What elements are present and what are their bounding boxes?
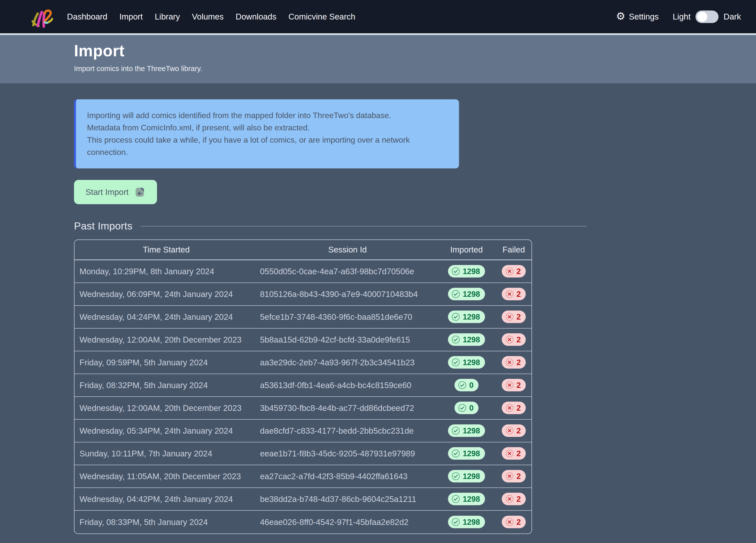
page-subtitle: Import comics into the ThreeTwo library. bbox=[74, 65, 756, 73]
past-imports-table-body: Monday, 10:29PM, 8th January 2024 0550d0… bbox=[75, 260, 531, 533]
table-row: Wednesday, 12:00AM, 20th December 2023 3… bbox=[75, 397, 531, 420]
imported-count: 1298 bbox=[463, 336, 480, 344]
table-row: Friday, 09:59PM, 5th January 2024 aa3e29… bbox=[75, 351, 531, 374]
nav-item-comicvine-search[interactable]: Comicvine Search bbox=[289, 12, 355, 22]
settings-button[interactable]: ⚙ Settings bbox=[616, 12, 659, 22]
session-id-cell: 8105126a-8b43-4390-a7e9-4000710483b4 bbox=[258, 283, 437, 306]
table-row: Friday, 08:32PM, 5th January 2024 a53613… bbox=[75, 374, 531, 397]
x-circle-icon bbox=[505, 403, 514, 412]
imported-badge: 1298 bbox=[448, 424, 485, 437]
failed-badge: 2 bbox=[502, 265, 526, 278]
session-id-cell: eeae1b71-f8b3-45dc-9205-487931e97989 bbox=[258, 442, 437, 465]
session-id-cell: a53613df-0fb1-4ea6-a4cb-bc4c8159ce60 bbox=[258, 374, 437, 397]
imported-badge: 1298 bbox=[448, 311, 485, 323]
theme-toggle[interactable] bbox=[695, 11, 719, 23]
time-started-cell: Friday, 08:33PM, 5th January 2024 bbox=[75, 511, 258, 533]
theme-toggle-knob bbox=[697, 12, 707, 22]
x-circle-icon bbox=[505, 449, 514, 458]
start-import-label: Start Import bbox=[85, 187, 129, 197]
failed-badge: 2 bbox=[502, 424, 526, 437]
x-circle-icon bbox=[505, 335, 514, 344]
imported-badge: 1298 bbox=[448, 470, 485, 482]
session-id-cell: 0550d05c-0cae-4ea7-a63f-98bc7d70506e bbox=[258, 260, 437, 283]
session-id-cell: ea27cac2-a7fd-42f3-85b9-4402ffa61643 bbox=[258, 465, 437, 488]
check-circle-icon bbox=[451, 426, 460, 435]
failed-badge: 2 bbox=[502, 311, 526, 323]
import-info-box: Importing will add comics identified fro… bbox=[74, 99, 459, 168]
failed-badge: 2 bbox=[502, 516, 526, 528]
session-id-cell: 3b459730-fbc8-4e4b-ac77-dd86dcbeed72 bbox=[258, 397, 437, 420]
section-divider bbox=[141, 226, 587, 226]
imported-count: 1298 bbox=[463, 518, 480, 526]
failed-count: 2 bbox=[517, 404, 521, 412]
time-started-cell: Wednesday, 05:34PM, 24th January 2024 bbox=[75, 420, 258, 442]
failed-count: 2 bbox=[517, 518, 521, 526]
threetwo-logo[interactable] bbox=[30, 5, 53, 28]
time-started-cell: Wednesday, 12:00AM, 20th December 2023 bbox=[75, 329, 258, 351]
check-circle-icon bbox=[451, 472, 460, 481]
failed-badge: 2 bbox=[502, 333, 526, 346]
nav-item-dashboard[interactable]: Dashboard bbox=[67, 12, 107, 22]
nav-item-library[interactable]: Library bbox=[155, 12, 180, 22]
gear-icon: ⚙ bbox=[616, 11, 625, 22]
time-started-cell: Sunday, 10:11PM, 7th January 2024 bbox=[75, 442, 258, 465]
failed-badge: 2 bbox=[502, 379, 526, 391]
table-row: Wednesday, 04:24PM, 24th January 2024 5e… bbox=[75, 306, 531, 329]
nav-item-import[interactable]: Import bbox=[119, 12, 143, 22]
file-import-icon bbox=[134, 186, 145, 198]
imported-count: 1298 bbox=[463, 450, 480, 457]
main-content: Importing will add comics identified fro… bbox=[0, 83, 756, 534]
failed-badge: 2 bbox=[502, 470, 526, 482]
failed-count: 2 bbox=[517, 472, 521, 480]
failed-count: 2 bbox=[517, 495, 521, 503]
past-imports-table: Time Started Session Id Imported Failed … bbox=[75, 240, 531, 533]
imported-count: 1298 bbox=[463, 267, 480, 275]
check-circle-icon bbox=[451, 358, 460, 367]
x-circle-icon bbox=[505, 358, 514, 367]
table-row: Wednesday, 12:00AM, 20th December 2023 5… bbox=[75, 329, 531, 351]
imported-badge: 1298 bbox=[448, 333, 485, 346]
failed-badge: 2 bbox=[502, 493, 526, 505]
time-started-cell: Wednesday, 04:42PM, 24th January 2024 bbox=[75, 488, 258, 511]
imported-badge: 1298 bbox=[448, 493, 485, 505]
failed-count: 2 bbox=[517, 336, 521, 344]
past-imports-heading: Past Imports bbox=[74, 220, 133, 232]
table-row: Friday, 08:33PM, 5th January 2024 46eae0… bbox=[75, 511, 531, 533]
x-circle-icon bbox=[505, 381, 514, 390]
past-imports-section-header: Past Imports bbox=[74, 220, 587, 232]
failed-badge: 2 bbox=[502, 447, 526, 460]
time-started-cell: Monday, 10:29PM, 8th January 2024 bbox=[75, 260, 258, 283]
imported-badge: 1298 bbox=[448, 265, 485, 278]
time-started-cell: Wednesday, 11:05AM, 20th December 2023 bbox=[75, 465, 258, 488]
imported-badge: 0 bbox=[455, 402, 479, 414]
theme-dark-label: Dark bbox=[723, 12, 741, 22]
x-circle-icon bbox=[505, 290, 514, 299]
check-circle-icon bbox=[451, 290, 460, 299]
failed-count: 2 bbox=[517, 267, 521, 275]
time-started-cell: Friday, 09:59PM, 5th January 2024 bbox=[75, 351, 258, 374]
session-id-cell: be38dd2a-b748-4d37-86cb-9604c25a1211 bbox=[258, 488, 437, 511]
page-header: Import Import comics into the ThreeTwo l… bbox=[0, 35, 756, 83]
nav-item-volumes[interactable]: Volumes bbox=[192, 12, 224, 22]
check-circle-icon bbox=[451, 267, 460, 276]
imported-badge: 1298 bbox=[448, 516, 485, 528]
col-session-id: Session Id bbox=[258, 240, 437, 260]
failed-badge: 2 bbox=[502, 402, 526, 414]
time-started-cell: Wednesday, 04:24PM, 24th January 2024 bbox=[75, 306, 258, 329]
table-row: Wednesday, 11:05AM, 20th December 2023 e… bbox=[75, 465, 531, 488]
past-imports-table-container: Time Started Session Id Imported Failed … bbox=[74, 239, 532, 534]
theme-switcher: Light Dark bbox=[673, 11, 741, 23]
nav-item-downloads[interactable]: Downloads bbox=[235, 12, 276, 22]
session-id-cell: 46eae026-8ff0-4542-97f1-45bfaa2e82d2 bbox=[258, 511, 437, 533]
check-circle-icon bbox=[451, 335, 460, 344]
x-circle-icon bbox=[505, 312, 514, 321]
col-imported: Imported bbox=[437, 240, 496, 260]
nav-right: ⚙ Settings Light Dark bbox=[616, 11, 741, 23]
failed-count: 2 bbox=[517, 359, 521, 366]
failed-badge: 2 bbox=[502, 288, 526, 300]
check-circle-icon bbox=[451, 517, 460, 526]
info-box-line: This process could take a while, if you … bbox=[87, 134, 448, 158]
failed-count: 2 bbox=[517, 313, 521, 321]
x-circle-icon bbox=[505, 494, 514, 503]
start-import-button[interactable]: Start Import bbox=[74, 180, 157, 204]
